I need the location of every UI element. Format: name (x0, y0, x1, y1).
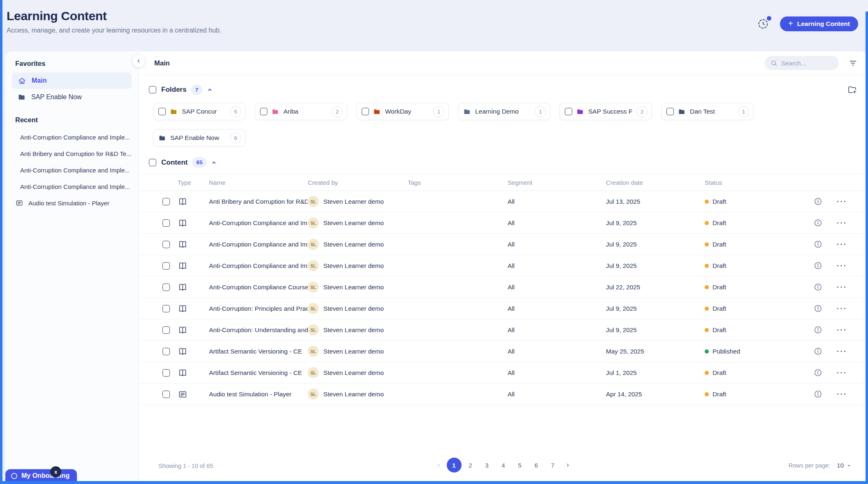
status-label: Draft (713, 284, 726, 291)
info-button[interactable] (814, 347, 834, 356)
row-checkbox[interactable] (162, 369, 170, 377)
row-segment: All (508, 369, 606, 377)
rows-per-page-select[interactable]: 10 (837, 462, 852, 469)
info-button[interactable] (814, 368, 834, 377)
more-actions-button[interactable]: ··· (834, 261, 868, 270)
info-button[interactable] (814, 240, 834, 249)
table-row[interactable]: Anti-Corruption Compliance and Imp SLSte… (139, 255, 868, 277)
page-button[interactable]: 2 (463, 458, 478, 472)
row-checkbox[interactable] (162, 219, 170, 227)
recent-item[interactable]: Anti-Corruption Compliance and Imple... (12, 162, 132, 178)
page-button[interactable]: 3 (480, 458, 494, 472)
row-checkbox[interactable] (162, 241, 170, 248)
row-checkbox[interactable] (162, 326, 170, 334)
content-select-all-checkbox[interactable] (149, 159, 156, 166)
status-label: Draft (713, 241, 726, 248)
info-button[interactable] (814, 219, 834, 227)
page-button[interactable]: 6 (529, 458, 544, 472)
table-row[interactable]: Anti-Corruption Compliance Course SLStev… (139, 277, 868, 298)
more-actions-button[interactable]: ··· (834, 304, 868, 313)
table-row[interactable]: Anti-Corruption: Understanding and S SLS… (139, 319, 868, 341)
row-date: Jul 9, 2025 (606, 326, 705, 334)
row-checkbox[interactable] (162, 262, 170, 270)
row-checkbox[interactable] (162, 305, 170, 312)
folder-icon (272, 108, 279, 116)
info-button[interactable] (814, 283, 834, 291)
book-icon (178, 304, 188, 314)
recent-item[interactable]: Anti-Corruption Compliance and Imple... (12, 178, 132, 195)
chevron-up-icon[interactable] (207, 87, 213, 92)
sidebar: Favorites Main SAP Enable Now Recent Ant… (5, 51, 139, 484)
info-button[interactable] (814, 390, 834, 398)
table-row[interactable]: Anti Bribery and Corruption for R&D T SL… (139, 191, 868, 212)
more-actions-button[interactable]: ··· (834, 347, 868, 356)
table-row[interactable]: Anti-Corruption: Principles and Practi S… (139, 298, 868, 319)
folder-checkbox[interactable] (565, 108, 572, 115)
status-label: Published (713, 348, 740, 355)
sidebar-item-main[interactable]: Main (12, 72, 132, 89)
folder-card[interactable]: SAP Enable Now 6 (153, 129, 246, 147)
content-heading: Content (161, 158, 188, 167)
folder-card[interactable]: WorkDay 1 (356, 103, 449, 120)
page-button[interactable]: 4 (496, 458, 511, 472)
folder-checkbox[interactable] (260, 108, 267, 115)
table-row[interactable]: Artifact Semantic Versioning - CE SLStev… (139, 341, 868, 362)
row-checkbox[interactable] (162, 198, 170, 205)
next-page-button[interactable] (562, 458, 574, 472)
sidebar-item-sap-enable-now[interactable]: SAP Enable Now (12, 89, 132, 105)
row-name: Anti-Corruption Compliance Course (209, 284, 308, 291)
history-pending-icon[interactable] (757, 18, 769, 30)
more-actions-button[interactable]: ··· (834, 326, 868, 335)
sidebar-collapse-button[interactable] (132, 54, 145, 67)
recent-item[interactable]: Audio test Simulation - Player (12, 195, 132, 211)
book-icon (178, 240, 188, 249)
folder-checkbox[interactable] (666, 108, 674, 115)
add-learning-content-button[interactable]: + Learning Content (780, 16, 858, 31)
row-segment: All (508, 391, 606, 398)
folder-card[interactable]: Ariba 2 (255, 103, 347, 120)
info-button[interactable] (814, 304, 834, 313)
more-actions-button[interactable]: ··· (834, 390, 868, 399)
status-dot (705, 242, 709, 247)
chevron-up-icon[interactable] (211, 160, 217, 165)
folder-card[interactable]: Dan Test 1 (661, 103, 754, 120)
more-actions-button[interactable]: ··· (834, 368, 868, 377)
folder-card[interactable]: SAP Concur 5 (153, 103, 246, 120)
filter-icon[interactable] (849, 59, 857, 67)
more-actions-button[interactable]: ··· (834, 219, 868, 228)
info-button[interactable] (814, 261, 834, 270)
table-row[interactable]: Artifact Semantic Versioning - CE SLStev… (139, 362, 868, 384)
folder-checkbox[interactable] (158, 108, 166, 115)
table-row[interactable]: Anti-Corruption Compliance and Imp SLSte… (139, 234, 868, 255)
folder-card[interactable]: Learning Demo 1 (458, 103, 550, 120)
page-button[interactable]: 5 (513, 458, 527, 472)
book-icon (178, 282, 188, 292)
folder-checkbox[interactable] (362, 108, 369, 115)
previous-page-button[interactable] (433, 458, 445, 472)
info-button[interactable] (814, 197, 834, 206)
recent-item[interactable]: Anti-Corruption Compliance and Imple... (12, 129, 132, 145)
search-box[interactable] (765, 56, 839, 70)
more-actions-button[interactable]: ··· (834, 240, 868, 249)
row-checkbox[interactable] (162, 284, 170, 291)
page-button[interactable]: 7 (545, 458, 560, 472)
table-row[interactable]: Anti-Corruption Compliance and Imp SLSte… (139, 212, 868, 234)
more-actions-button[interactable]: ··· (834, 197, 868, 206)
row-checkbox[interactable] (162, 391, 170, 398)
chevron-left-icon (436, 462, 442, 468)
onboarding-close-button[interactable]: x (50, 466, 61, 477)
row-name: Artifact Semantic Versioning - CE (209, 348, 308, 355)
page-button[interactable]: 1 (447, 458, 462, 472)
search-input[interactable] (781, 60, 831, 67)
sidebar-item-label: Main (32, 77, 46, 84)
chevron-left-icon (135, 58, 142, 64)
info-button[interactable] (814, 326, 834, 334)
column-header-creation-date: Creation date (606, 179, 705, 186)
folder-card[interactable]: SAP Success Fact... 2 (559, 103, 652, 120)
table-row[interactable]: Audio test Simulation - Player SLSteven … (139, 384, 868, 405)
add-folder-button[interactable] (847, 85, 857, 95)
row-checkbox[interactable] (162, 348, 170, 355)
folders-select-all-checkbox[interactable] (149, 86, 156, 93)
more-actions-button[interactable]: ··· (834, 283, 868, 292)
recent-item[interactable]: Anti Bribery and Corruption for R&D Te..… (12, 145, 132, 162)
